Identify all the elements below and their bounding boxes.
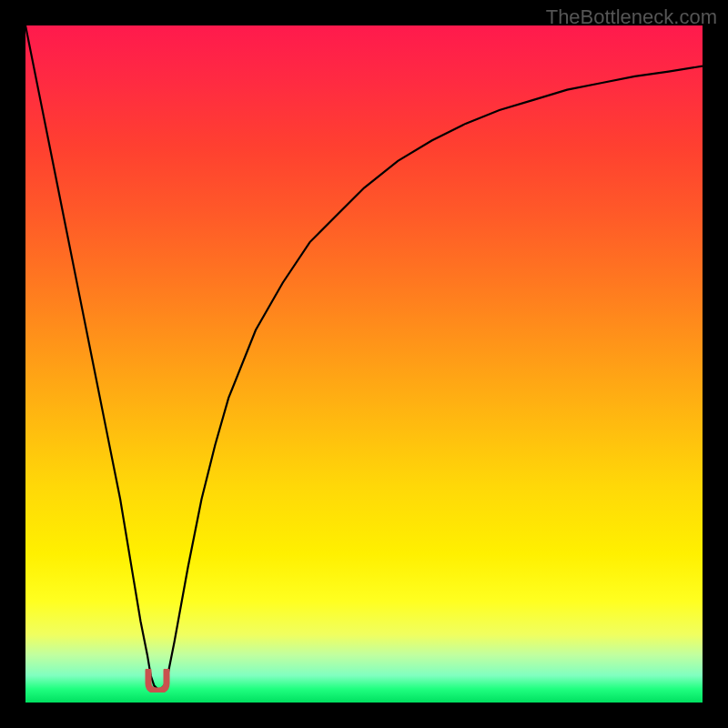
bottleneck-curve <box>25 25 703 703</box>
plot-area <box>25 25 703 703</box>
watermark-text: TheBottleneck.com <box>546 5 717 29</box>
